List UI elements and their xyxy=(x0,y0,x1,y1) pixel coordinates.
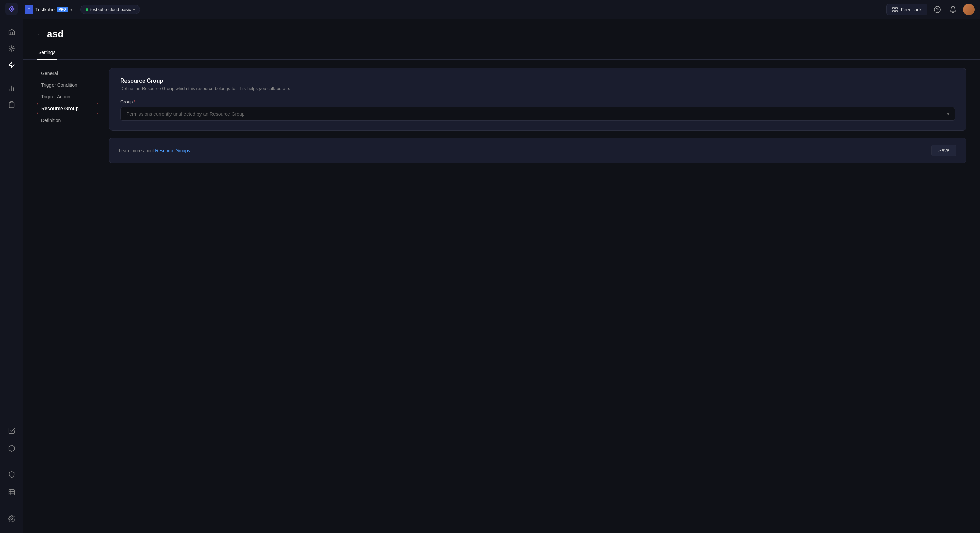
group-select-placeholder: Permissions currently unaffected by an R… xyxy=(126,111,245,117)
resource-groups-link[interactable]: Resource Groups xyxy=(155,148,190,153)
settings-nav: General Trigger Condition Trigger Action… xyxy=(37,68,98,525)
tests-icon xyxy=(8,427,15,434)
svg-rect-1 xyxy=(893,7,894,9)
svg-rect-3 xyxy=(893,10,894,12)
svg-point-7 xyxy=(11,48,13,49)
resource-group-title: Resource Group xyxy=(120,78,955,84)
learn-more-text: Learn more about Resource Groups xyxy=(119,148,190,153)
sidebar-item-tests[interactable] xyxy=(4,423,19,438)
svg-rect-2 xyxy=(896,7,897,9)
workspace-avatar: T xyxy=(25,5,33,14)
env-status-dot xyxy=(86,8,88,11)
group-select-chevron-icon: ▾ xyxy=(947,111,949,117)
analytics-icon xyxy=(8,85,15,92)
settings-nav-definition[interactable]: Definition xyxy=(37,115,98,126)
table-icon xyxy=(8,488,15,496)
topbar-right: Feedback xyxy=(886,4,975,15)
resource-group-subtitle: Define the Resource Group which this res… xyxy=(120,86,955,91)
bell-icon xyxy=(949,6,957,13)
footer-card: Learn more about Resource Groups Save xyxy=(109,137,966,163)
env-selector[interactable]: testkube-cloud-basic ▾ xyxy=(81,5,140,14)
workspace-selector[interactable]: T Testkube PRO ▾ xyxy=(22,4,75,15)
required-indicator: * xyxy=(134,99,135,104)
feedback-label: Feedback xyxy=(901,7,922,12)
clipboard-icon xyxy=(8,101,15,109)
sidebar-item-triggers[interactable] xyxy=(4,41,19,56)
settings-layout: General Trigger Condition Trigger Action… xyxy=(23,60,980,533)
notifications-button[interactable] xyxy=(947,4,959,15)
pro-badge: PRO xyxy=(57,7,68,12)
help-icon xyxy=(934,6,941,13)
svg-rect-12 xyxy=(10,102,13,103)
env-chevron-icon: ▾ xyxy=(133,7,135,12)
settings-gear-icon xyxy=(8,515,15,522)
shield-icon xyxy=(8,471,15,479)
topbar: T Testkube PRO ▾ testkube-cloud-basic ▾ … xyxy=(0,0,980,19)
svg-marker-8 xyxy=(8,62,14,68)
scripts-icon xyxy=(8,445,15,452)
sidebar-divider-4 xyxy=(5,506,18,506)
tab-settings[interactable]: Settings xyxy=(37,47,57,60)
logo[interactable] xyxy=(5,3,22,16)
settings-tabs: Settings xyxy=(23,40,980,60)
save-button[interactable]: Save xyxy=(931,145,956,156)
svg-rect-4 xyxy=(896,10,897,12)
group-select[interactable]: Permissions currently unaffected by an R… xyxy=(120,107,955,121)
triggers-icon xyxy=(8,45,15,52)
svg-rect-13 xyxy=(8,490,14,495)
resource-group-card: Resource Group Define the Resource Group… xyxy=(109,68,966,131)
sidebar-divider-2 xyxy=(5,418,18,418)
sidebar-item-shield[interactable] xyxy=(4,467,19,482)
sidebar-bottom xyxy=(4,415,19,528)
group-label: Group * xyxy=(120,99,955,104)
sidebar-item-settings[interactable] xyxy=(4,511,19,526)
sidebar xyxy=(0,19,23,533)
settings-nav-trigger-action[interactable]: Trigger Action xyxy=(37,91,98,102)
sidebar-item-scripts[interactable] xyxy=(4,441,19,456)
back-button[interactable]: ← xyxy=(37,31,43,38)
lightning-icon xyxy=(8,61,15,69)
workspace-name: Testkube xyxy=(35,7,54,12)
sidebar-item-table[interactable] xyxy=(4,485,19,500)
main-layout: ← asd Settings General Trigger Condition… xyxy=(0,19,980,533)
env-name: testkube-cloud-basic xyxy=(91,7,131,12)
sidebar-item-lightning[interactable] xyxy=(4,57,19,72)
page-back: ← asd xyxy=(37,29,966,40)
user-avatar[interactable] xyxy=(963,4,975,15)
content-area: ← asd Settings General Trigger Condition… xyxy=(23,19,980,533)
sidebar-item-analytics[interactable] xyxy=(4,81,19,96)
sidebar-item-artifacts[interactable] xyxy=(4,97,19,112)
page-header: ← asd xyxy=(23,19,980,40)
settings-panel: Resource Group Define the Resource Group… xyxy=(109,68,966,525)
page-title: asd xyxy=(47,29,64,40)
svg-point-5 xyxy=(934,6,940,12)
settings-nav-trigger-condition[interactable]: Trigger Condition xyxy=(37,80,98,91)
workspace-chevron-icon: ▾ xyxy=(70,7,72,12)
settings-nav-resource-group[interactable]: Resource Group xyxy=(37,103,98,114)
sidebar-item-home[interactable] xyxy=(4,25,19,40)
home-icon xyxy=(8,28,15,36)
svg-point-17 xyxy=(11,518,13,520)
help-button[interactable] xyxy=(932,4,943,15)
settings-nav-general[interactable]: General xyxy=(37,68,98,79)
feedback-button[interactable]: Feedback xyxy=(886,4,928,15)
slack-icon xyxy=(892,6,898,13)
